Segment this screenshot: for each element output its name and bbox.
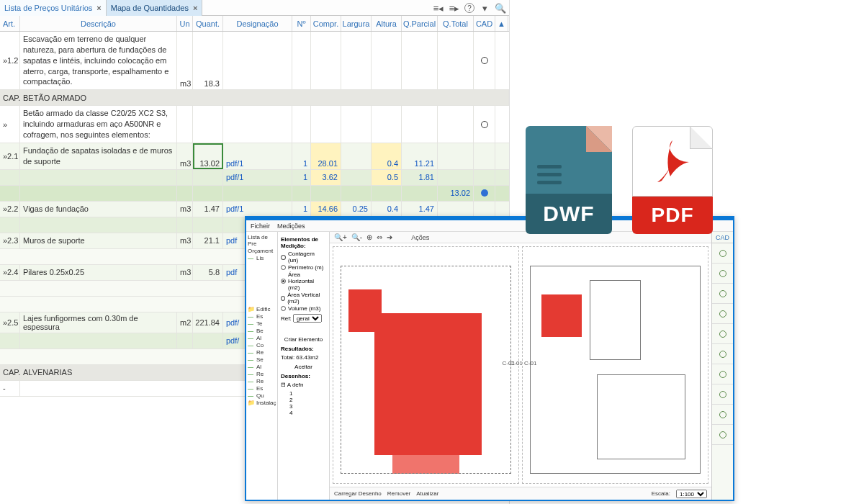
table-row[interactable]: »1.2 Escavação em terreno de qualquer na…: [0, 32, 509, 90]
layer-2[interactable]: 2: [289, 397, 326, 403]
tree-folder[interactable]: Instalaç: [248, 400, 276, 406]
plan-right[interactable]: C-01: [522, 246, 708, 484]
menu-file[interactable]: Ficheir: [251, 222, 270, 230]
search-icon[interactable]: 🔍: [495, 2, 506, 14]
cad-ring-icon: [481, 57, 488, 64]
cad-cell[interactable]: [712, 384, 733, 405]
results-title: Resultados:: [281, 346, 326, 352]
header-qtot[interactable]: Q.Total: [438, 16, 474, 31]
cell-cad[interactable]: [474, 106, 495, 143]
menu-medicoes[interactable]: Medições: [277, 222, 305, 230]
load-drawing-button[interactable]: Carregar Desenho: [334, 490, 382, 497]
header-qpar[interactable]: Q.Parcial: [402, 16, 438, 31]
tree-leaf[interactable]: Re: [248, 371, 276, 377]
cell-no: 1: [292, 143, 311, 169]
tree-leaf[interactable]: Al: [248, 335, 276, 341]
tree-leaf[interactable]: Co: [248, 342, 276, 348]
cell-desig[interactable]: pdf/1: [223, 170, 292, 185]
header-cad[interactable]: CAD: [474, 16, 495, 31]
accept-button[interactable]: Aceitar: [281, 364, 326, 370]
cad-cell[interactable]: [712, 324, 733, 344]
tree-leaf[interactable]: Te: [248, 320, 276, 327]
close-icon[interactable]: ×: [96, 4, 101, 12]
cell-quant: 5.8: [193, 265, 223, 280]
header-art[interactable]: Art.: [0, 16, 20, 31]
dropdown-icon[interactable]: ▾: [479, 2, 490, 14]
cad-cell[interactable]: [712, 405, 733, 425]
cell-cad[interactable]: [474, 32, 495, 89]
cad-cell[interactable]: [712, 425, 733, 445]
update-button[interactable]: Atualizar: [416, 490, 438, 497]
cad-cell[interactable]: [712, 304, 733, 324]
header-no[interactable]: Nº: [292, 16, 311, 31]
tree-leaf[interactable]: Lis: [248, 255, 276, 261]
table-row-total[interactable]: 13.02: [0, 186, 509, 202]
plan-left[interactable]: C-01 C-01: [333, 246, 519, 484]
table-row[interactable]: »2.2 Vigas de fundação m3 1.47 pdf/1 1 1…: [0, 202, 509, 217]
indent-icon[interactable]: ≡▸: [449, 2, 460, 14]
cad-ring-icon: [719, 310, 726, 318]
cell-cad[interactable]: [474, 186, 495, 201]
next-icon[interactable]: ➔: [387, 233, 392, 241]
header-desig[interactable]: Designação: [223, 16, 292, 31]
cell-desig[interactable]: pdf/1: [223, 202, 292, 217]
actions-label[interactable]: Ações: [411, 234, 429, 241]
tree-node[interactable]: Orçament: [248, 248, 276, 254]
cell-desig[interactable]: pdf/1: [223, 143, 292, 169]
tree-leaf[interactable]: Be: [248, 328, 276, 334]
table-row[interactable]: » Betão armado da classe C20/25 XC2 S3, …: [0, 106, 509, 143]
plan-area[interactable]: C-01 C-01 C-01: [330, 243, 711, 487]
radio-contagem[interactable]: Contagem (un): [281, 251, 326, 264]
create-element-button[interactable]: Criar Elemento: [281, 336, 326, 343]
cell-quant[interactable]: 13.02: [193, 143, 223, 169]
header-desc[interactable]: Descrição: [20, 16, 177, 31]
draw-item[interactable]: A defn: [287, 382, 304, 388]
close-icon[interactable]: ×: [193, 4, 197, 12]
zoom-in-icon[interactable]: 🔍+: [334, 233, 347, 241]
zoom-fit-icon[interactable]: ⊕: [366, 233, 372, 241]
header-larg[interactable]: Largura: [341, 16, 372, 31]
scale-select[interactable]: 1:100: [676, 490, 707, 498]
cad-cell[interactable]: [712, 264, 733, 284]
cell-quant: 21.1: [193, 233, 223, 248]
cad-cell[interactable]: [712, 243, 733, 264]
help-icon[interactable]: ?: [464, 3, 474, 13]
tree-leaf[interactable]: Se: [248, 356, 276, 363]
cell-quant: 221.84: [193, 312, 223, 333]
radio-volume[interactable]: Volume (m3): [281, 305, 326, 312]
axis-label: C-01: [524, 360, 536, 366]
layer-1[interactable]: 1: [289, 390, 326, 397]
radio-area-vert[interactable]: Área Vertical (m2): [281, 292, 326, 305]
zoom-out-icon[interactable]: 🔍-: [351, 233, 362, 241]
header-compr[interactable]: Compr.: [311, 16, 341, 31]
tab-lista-precos[interactable]: Lista de Preços Unitários ×: [0, 0, 107, 16]
tree-leaf[interactable]: Es: [248, 313, 276, 320]
header-alt[interactable]: Altura: [372, 16, 402, 31]
header-quant[interactable]: Quant.: [193, 16, 223, 31]
tab-mapa-quantidades[interactable]: Mapa de Quantidades ×: [107, 0, 203, 16]
radio-perimetro[interactable]: Perímetro (m): [281, 264, 326, 271]
outdent-icon[interactable]: ≡◂: [433, 2, 444, 14]
cad-ring-icon: [719, 391, 726, 398]
cad-cell[interactable]: [712, 344, 733, 364]
tree-tab[interactable]: Lista de Pre: [248, 234, 276, 247]
remove-button[interactable]: Remover: [387, 490, 410, 497]
cad-dot-icon: [481, 189, 488, 197]
cad-cell[interactable]: [712, 284, 733, 304]
tree-leaf[interactable]: Al: [248, 364, 276, 370]
tree-leaf[interactable]: Re: [248, 378, 276, 384]
layer-4[interactable]: 4: [289, 410, 326, 416]
table-row[interactable]: pdf/1 1 3.62 0.5 1.81: [0, 170, 509, 186]
header-un[interactable]: Un: [177, 16, 193, 31]
tree-leaf[interactable]: Qu: [248, 392, 276, 399]
table-row-cap[interactable]: CAP. BETÃO ARMADO: [0, 90, 509, 106]
cad-cell[interactable]: [712, 364, 733, 384]
tree-leaf[interactable]: Es: [248, 385, 276, 392]
table-row[interactable]: »2.1 Fundação de sapatas isoladas e de m…: [0, 143, 509, 170]
layer-3[interactable]: 3: [289, 403, 326, 410]
radio-area-horiz[interactable]: Área Horizontal (m2): [281, 271, 326, 291]
ref-select[interactable]: geral: [293, 314, 322, 323]
pan-icon[interactable]: ⇔: [377, 233, 382, 241]
tree-leaf[interactable]: Re: [248, 349, 276, 356]
tree-folder[interactable]: Edific: [248, 306, 276, 312]
